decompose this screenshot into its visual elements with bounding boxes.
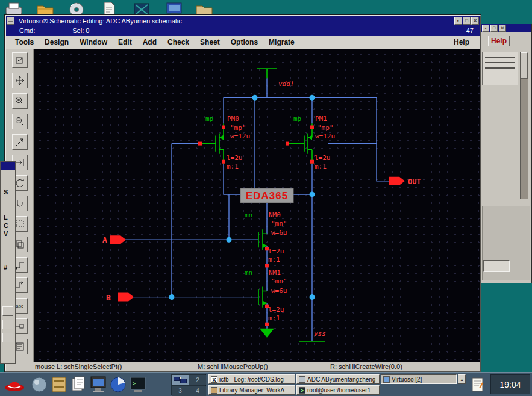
schematic-canvas[interactable]: EDA365 vdd! vss A B OUT mp PM0 "mp" (34, 49, 480, 362)
vdd-symbol[interactable] (257, 69, 277, 78)
task-adc-schematic[interactable]: ADC AByumenfangzheng (296, 374, 380, 384)
notes-applet-icon[interactable] (471, 375, 484, 394)
palette-zoom-out-button[interactable] (12, 114, 28, 129)
wire-name-icon (14, 280, 25, 291)
pm0-l-label: l=2u (227, 154, 242, 162)
palette-descend-button[interactable] (12, 73, 28, 88)
terminal-icon[interactable]: >_ (129, 375, 148, 394)
nm1-name-label: NM1 (269, 269, 281, 277)
maximize-icon[interactable]: □ (463, 17, 471, 25)
palette-zoom-in-button[interactable] (12, 93, 28, 109)
tasklist-chevron-icon[interactable]: ▴ (458, 374, 466, 384)
pin-B[interactable] (118, 293, 134, 302)
vss-label: vss (314, 330, 326, 338)
background-window-right[interactable]: ▪ □ ✕ Help (481, 24, 532, 283)
pin-marker[interactable] (310, 125, 314, 129)
workspace-1[interactable]: 1 (172, 375, 189, 385)
menu-migrate[interactable]: Migrate (263, 37, 300, 48)
pin-marker[interactable] (198, 142, 202, 146)
palette-route-button[interactable] (12, 134, 28, 150)
properties-icon (14, 341, 25, 352)
menu-sheet[interactable]: Sheet (195, 37, 225, 48)
side-list-box[interactable] (482, 52, 518, 85)
menu-add[interactable]: Add (137, 37, 162, 48)
gnd-symbol[interactable] (260, 329, 274, 338)
side-text-field[interactable] (483, 260, 510, 272)
task-terminal[interactable]: > root@user:/home/user1 (296, 385, 380, 395)
menu-design[interactable]: Design (39, 37, 74, 48)
nm0-model-label: "mn" (271, 220, 287, 227)
maximize-icon[interactable]: □ (490, 25, 498, 32)
wires[interactable] (125, 78, 389, 341)
svg-text:abc: abc (16, 303, 23, 309)
workspace-pager[interactable]: 1 2 3 4 (171, 374, 206, 395)
pin-OUT-label: OUT (408, 178, 421, 186)
left-window-button[interactable] (2, 306, 13, 316)
wire-segment[interactable] (172, 144, 200, 297)
minimize-icon[interactable]: ▪ (454, 17, 462, 25)
pin-marker[interactable] (310, 160, 314, 164)
close-icon[interactable]: ✕ (471, 17, 479, 25)
chart-icon[interactable] (109, 375, 128, 394)
left-window-titlebar[interactable] (1, 162, 15, 170)
window-titlebar[interactable]: — Virtuoso® Schematic Editing: ADC AByum… (6, 16, 480, 25)
pin-B-label: B (106, 293, 111, 302)
left-window-button[interactable] (2, 333, 13, 342)
device-symbols[interactable] (200, 69, 325, 341)
workspace-4[interactable]: 4 (189, 386, 206, 396)
cabinet-icon[interactable] (51, 375, 70, 394)
pin-A[interactable] (110, 235, 126, 244)
menu-help[interactable]: Help (448, 37, 475, 48)
taskbar[interactable]: >_ 1 2 3 4 X icfb - Log: /root/CDS.log A… (0, 372, 532, 396)
background-window-titlebar[interactable]: ▪ □ ✕ (481, 24, 531, 32)
pmos-PM0-symbol[interactable] (200, 123, 224, 164)
pin-marker[interactable] (265, 323, 269, 326)
left-window-label: V (4, 230, 8, 237)
menu-check[interactable]: Check (162, 37, 195, 48)
nm1-model-label: "mn" (271, 277, 287, 285)
side-help-menu[interactable]: Help (488, 36, 510, 46)
wire-segment[interactable] (377, 97, 389, 181)
task-virtuoso[interactable]: Virtuoso [2] (381, 374, 457, 384)
display-icon[interactable] (89, 375, 108, 394)
redhat-menu-icon[interactable] (4, 375, 23, 394)
status-middle: M: schHiMousePopUp() (198, 363, 268, 370)
virtuoso-window[interactable]: — Virtuoso® Schematic Editing: ADC AByum… (5, 15, 481, 372)
menu-bar[interactable]: Tools Design Window Edit Add Check Sheet… (6, 36, 480, 49)
task-icfb-log[interactable]: X icfb - Log: /root/CDS.log (208, 374, 295, 384)
menu-tools[interactable]: Tools (10, 37, 39, 48)
left-window-button[interactable] (2, 320, 13, 329)
workspace-3[interactable]: 3 (172, 386, 189, 396)
pmos-PM1-symbol[interactable] (287, 123, 312, 164)
task-library-manager[interactable]: Library Manager: WorkA (208, 385, 295, 395)
palette-select-button[interactable] (12, 52, 28, 68)
close-icon[interactable]: ✕ (499, 25, 506, 32)
background-window-left[interactable]: S L C V # (0, 161, 16, 364)
documents-icon[interactable] (70, 375, 89, 394)
nm1-l-label: l=2u (268, 306, 284, 314)
clock[interactable]: 19:04 (490, 374, 530, 394)
status-left: mouse L: schSingleSelectPt() (35, 363, 122, 370)
list-line (485, 57, 515, 58)
list-line (485, 62, 515, 63)
pin-marker[interactable] (222, 160, 225, 164)
pin-marker[interactable] (222, 125, 225, 129)
label-abc-icon: abc (14, 300, 25, 311)
pin-marker[interactable] (286, 142, 289, 146)
minimize-icon[interactable]: ▪ (482, 25, 489, 32)
side-scrollbar[interactable] (520, 52, 528, 199)
menu-options[interactable]: Options (225, 37, 263, 48)
globe-icon[interactable] (30, 375, 49, 394)
pin-OUT[interactable] (389, 177, 405, 185)
menu-window[interactable]: Window (74, 37, 113, 48)
window-menu-icon[interactable]: — (7, 17, 14, 25)
pin-marker[interactable] (265, 264, 269, 267)
status-line: mouse L: schSingleSelectPt() M: schHiMou… (6, 362, 480, 371)
move-arrows-icon (14, 75, 25, 86)
pm0-model-label: "mp" (230, 123, 246, 131)
scrollbar-thumb[interactable] (521, 52, 528, 79)
pin-markers[interactable] (198, 125, 314, 326)
virtuoso-icon (383, 376, 390, 383)
menu-edit[interactable]: Edit (113, 37, 137, 48)
workspace-2[interactable]: 2 (189, 375, 206, 385)
